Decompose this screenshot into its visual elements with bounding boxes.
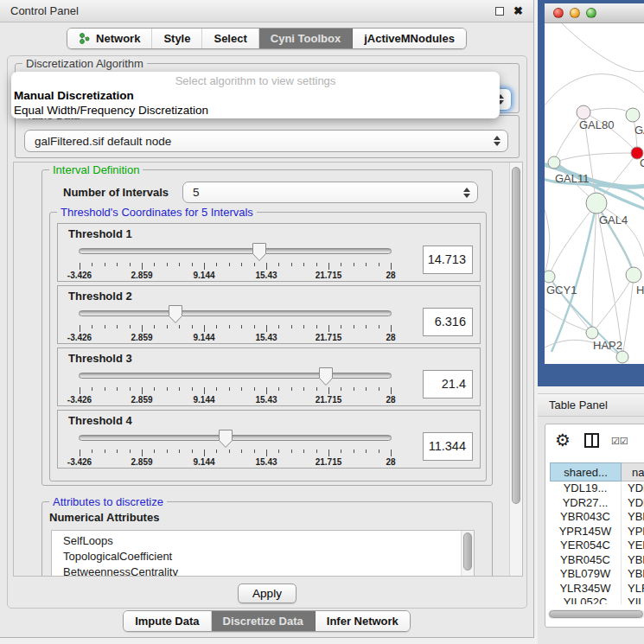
tab-select[interactable]: Select <box>202 29 258 48</box>
network-node[interactable] <box>577 105 590 119</box>
network-canvas[interactable]: GAL80GACGAL11GAL4GCY1HHAP2 <box>545 23 644 364</box>
threshold-value-field[interactable]: 14.713 <box>423 245 473 274</box>
tab-label: Select <box>214 32 246 45</box>
tick-mark <box>291 450 292 453</box>
tab-impute-data[interactable]: Impute Data <box>124 611 211 631</box>
slider-handle-icon[interactable] <box>219 430 233 448</box>
tick-mark <box>204 263 205 270</box>
list-item[interactable]: BetweennessCentrality <box>63 564 474 577</box>
tab-label: Discretize Data <box>223 615 303 628</box>
network-tab-icon <box>79 32 91 45</box>
tab-label: Infer Network <box>327 615 399 628</box>
table-hscrollbar-thumb[interactable] <box>549 610 643 618</box>
tick-label: 28 <box>386 271 395 280</box>
slider-track[interactable] <box>79 373 392 379</box>
control-panel-titlebar: Control Panel ✖ <box>0 0 533 22</box>
tick-mark <box>229 325 230 328</box>
table-row[interactable]: YDL19...YDL1 <box>550 481 644 496</box>
minimize-traffic-light-icon[interactable] <box>570 8 580 18</box>
table-row[interactable]: YBR045CYBR0 <box>550 553 644 568</box>
table-hscrollbar[interactable] <box>548 609 644 619</box>
numerical-attributes-list[interactable]: SelfLoopsTopologicalCoefficientBetweenne… <box>51 530 475 577</box>
threshold-value-field[interactable]: 11.344 <box>423 432 473 461</box>
list-item[interactable]: TopologicalCoefficient <box>63 549 474 564</box>
table-data-combobox[interactable]: galFiltered.sif default node <box>24 130 508 152</box>
network-node[interactable] <box>586 193 607 214</box>
close-icon[interactable]: ✖ <box>513 4 523 17</box>
tick-mark <box>291 387 292 391</box>
columns-icon[interactable] <box>584 433 599 448</box>
dropdown-option-equal-width-frequency[interactable]: Equal Width/Frequency Discretization <box>11 103 500 118</box>
combo-value: galFiltered.sif default node <box>35 135 488 148</box>
float-window-icon[interactable] <box>495 7 504 16</box>
network-node[interactable] <box>545 271 555 283</box>
tick-mark <box>316 387 317 391</box>
tab-network[interactable]: Network <box>67 29 152 48</box>
tick-mark <box>130 387 131 391</box>
slider-track[interactable] <box>79 248 392 254</box>
network-node[interactable] <box>586 327 598 339</box>
tick-mark <box>105 263 105 266</box>
slider-handle-icon[interactable] <box>319 367 333 386</box>
table-cell-shared-name: YDL19... <box>550 481 622 496</box>
settings-scrollbar[interactable] <box>509 163 522 576</box>
tick-mark <box>80 387 80 394</box>
column-header-name[interactable]: na <box>622 462 644 481</box>
tick-mark <box>80 325 80 332</box>
list-scrollbar-thumb[interactable] <box>463 532 472 571</box>
tab-style[interactable]: Style <box>152 29 202 48</box>
select-columns-icon[interactable]: ☑☑ <box>611 436 628 447</box>
threshold-slider-area: -3.4262.8599.14415.4321.7152811.344 <box>58 428 480 468</box>
tick-label: 21.715 <box>316 457 342 467</box>
threshold-slider[interactable]: -3.4262.8599.14415.4321.71528 <box>79 366 392 405</box>
threshold-slider[interactable]: -3.4262.8599.14415.4321.71528 <box>79 303 392 343</box>
column-header-shared-name[interactable]: shared... <box>550 462 622 481</box>
group-title-thresholds: Threshold's Coordinates for 5 Intervals <box>57 206 257 219</box>
threshold-panel-4: Threshold 4-3.4262.8599.14415.4321.71528… <box>57 410 481 469</box>
network-view-window: GAL80GACGAL11GAL4GCY1HHAP2 <box>538 0 644 386</box>
tab-discretize-data[interactable]: Discretize Data <box>212 611 316 631</box>
slider-handle-icon[interactable] <box>169 305 182 323</box>
table-row[interactable]: YBL079WYBL0 <box>550 567 644 582</box>
tab-infer-network[interactable]: Infer Network <box>316 611 410 631</box>
tick-mark <box>391 325 392 332</box>
settings-scrollbar-thumb[interactable] <box>512 167 520 504</box>
list-scrollbar[interactable] <box>461 531 474 577</box>
table-row[interactable]: YDR27...YDR2 <box>550 496 644 511</box>
tab-jactivemnodules[interactable]: jActiveMNodules <box>353 29 466 48</box>
gear-icon[interactable]: ⚙ <box>555 430 571 450</box>
table-row[interactable]: YBR043CYBR0 <box>550 510 644 525</box>
apply-button[interactable]: Apply <box>238 583 296 603</box>
tab-cyni-toolbox[interactable]: Cyni Toolbox <box>259 29 353 48</box>
table-row[interactable]: YLR345WYLR3 <box>550 582 644 596</box>
tab-label: Cyni Toolbox <box>271 32 341 45</box>
list-item[interactable]: SelfLoops <box>63 533 474 549</box>
threshold-value-field[interactable]: 6.316 <box>423 308 473 336</box>
tick-mark <box>142 263 143 270</box>
zoom-traffic-light-icon[interactable] <box>586 8 596 18</box>
number-of-intervals-combobox[interactable]: 5 <box>182 182 478 203</box>
slider-handle-icon[interactable] <box>252 243 266 261</box>
network-node[interactable] <box>626 108 640 122</box>
tick-mark <box>216 325 217 328</box>
threshold-value-field[interactable]: 21.4 <box>423 370 473 399</box>
slider-ticks <box>80 387 391 395</box>
tick-mark <box>316 263 317 266</box>
tick-mark <box>341 387 341 391</box>
threshold-slider[interactable]: -3.4262.8599.14415.4321.71528 <box>79 241 392 281</box>
network-node-label: H <box>636 284 644 296</box>
threshold-slider[interactable]: -3.4262.8599.14415.4321.71528 <box>79 428 392 468</box>
tick-label: -3.426 <box>67 395 92 405</box>
slider-track[interactable] <box>79 310 392 316</box>
table-row[interactable]: YPR145WYPR1 <box>550 525 644 539</box>
dropdown-option-manual-discretization[interactable]: Manual Discretization <box>11 88 500 103</box>
network-node[interactable] <box>626 267 641 283</box>
table-row[interactable]: YER054CYER0 <box>550 539 644 553</box>
table-header-row: shared... na <box>550 462 644 481</box>
table-cell-name: YIL0 <box>622 596 644 604</box>
close-traffic-light-icon[interactable] <box>553 8 564 18</box>
network-node[interactable] <box>616 351 628 363</box>
slider-track[interactable] <box>79 435 392 441</box>
network-node[interactable] <box>548 156 560 169</box>
table-row[interactable]: YIL052CYIL0 <box>550 596 644 604</box>
